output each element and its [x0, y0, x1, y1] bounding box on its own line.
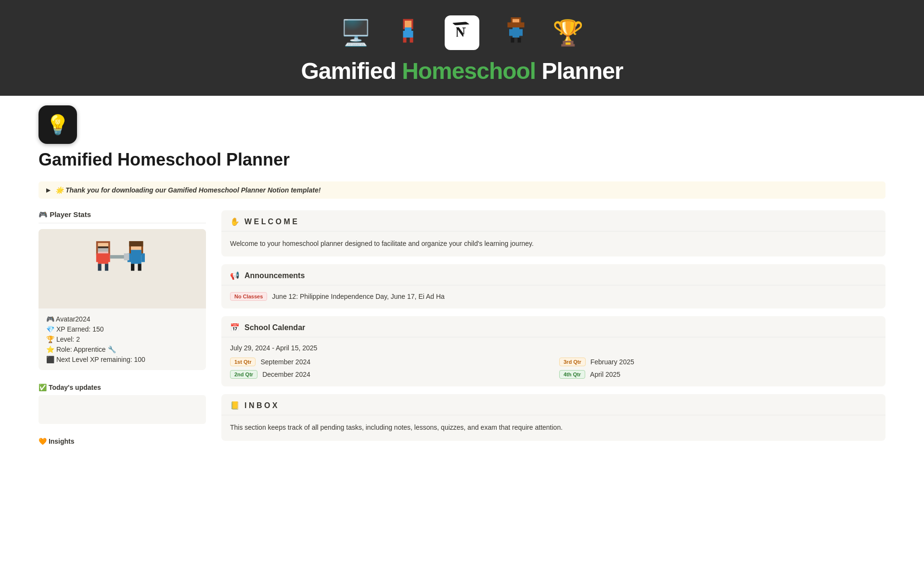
player-stats: 🎮 Avatar2024 💎 XP Earned: 150 🏆 Level: 2… [38, 308, 206, 370]
announcement-text: June 12: Philippine Independence Day, Ju… [272, 293, 445, 300]
school-calendar-icon: 📅 [230, 323, 240, 332]
announcements-body: No Classes June 12: Philippine Independe… [221, 285, 886, 308]
notion-icon [445, 15, 479, 50]
header-title: Gamified Homeschool Planner [301, 58, 623, 84]
svg-rect-21 [105, 264, 108, 270]
school-calendar-body: July 29, 2024 - April 15, 2025 1st Qtr S… [221, 337, 886, 386]
svg-rect-9 [513, 27, 519, 38]
callout-arrow-icon: ▶ [46, 187, 51, 193]
welcome-card: ✋ W E L C O M E Welcome to your homescho… [221, 210, 886, 256]
inbox-title: I N B O X [244, 401, 277, 410]
welcome-icon: ✋ [230, 217, 240, 226]
left-sidebar: 🎮 Player Stats [38, 210, 221, 449]
q2-label: December 2024 [262, 371, 310, 378]
inbox-icon: 📒 [230, 401, 240, 410]
todays-updates-header[interactable]: ✅ Today's updates [38, 380, 206, 395]
page-title: Gamified Homeschool Planner [0, 144, 924, 170]
svg-rect-14 [508, 23, 525, 28]
calendar-row-2: 2nd Qtr December 2024 [230, 370, 548, 379]
player-xp: 💎 XP Earned: 150 [46, 325, 198, 333]
svg-rect-1 [405, 21, 411, 27]
calendar-row-4: 4th Qtr April 2025 [559, 370, 877, 379]
svg-rect-31 [129, 241, 143, 246]
player-role: ⭐ Role: Apprentice 🔧 [46, 346, 198, 353]
announcements-card: 📢 Announcements No Classes June 12: Phil… [221, 264, 886, 308]
svg-rect-3 [403, 31, 407, 38]
announcements-title: Announcements [244, 271, 305, 280]
player-name: 🎮 Avatar2024 [46, 315, 198, 323]
page-icon: 💡 [38, 105, 77, 144]
player-level: 🏆 Level: 2 [46, 335, 198, 343]
svg-rect-20 [98, 264, 101, 270]
calendar-row-3: 3rd Qtr February 2025 [559, 358, 877, 366]
header-title-prefix: Gamified [301, 58, 402, 84]
svg-rect-5 [403, 38, 407, 43]
page-icon-wrap: 💡 [0, 96, 924, 144]
q3-badge: 3rd Qtr [559, 358, 586, 366]
main-content: 🎮 Player Stats [0, 199, 924, 449]
svg-rect-19 [107, 253, 110, 262]
welcome-title: W E L C O M E [244, 218, 297, 226]
right-content: ✋ W E L C O M E Welcome to your homescho… [221, 210, 886, 449]
inbox-body: This section keeps track of all pending … [221, 415, 886, 440]
q3-label: February 2025 [590, 358, 634, 366]
header-banner: 🖥️ [0, 0, 924, 96]
calendar-row-1: 1st Qtr September 2024 [230, 358, 548, 366]
character-icon-1 [395, 17, 422, 49]
header-title-suffix: Planner [536, 58, 623, 84]
player-next-xp: ⬛ Next Level XP remaining: 100 [46, 356, 198, 363]
player-avatar [38, 229, 206, 308]
svg-rect-13 [518, 38, 521, 43]
character-icon-2 [502, 17, 529, 48]
header-title-green: Homeschool [402, 58, 536, 84]
inbox-card: 📒 I N B O X This section keeps track of … [221, 394, 886, 440]
announcement-row: No Classes June 12: Philippine Independe… [230, 292, 877, 301]
computer-icon: 🖥️ [340, 20, 372, 45]
svg-rect-18 [96, 253, 100, 262]
calendar-date-range: July 29, 2024 - April 15, 2025 [230, 344, 877, 352]
header-icons: 🖥️ [340, 15, 584, 50]
welcome-text: Welcome to your homeschool planner desig… [230, 238, 877, 249]
announcements-icon: 📢 [230, 271, 240, 280]
calendar-grid: 1st Qtr September 2024 3rd Qtr February … [230, 358, 877, 379]
callout-banner[interactable]: ▶ 🌟 Thank you for downloading our Gamifi… [38, 181, 886, 199]
school-calendar-card: 📅 School Calendar July 29, 2024 - April … [221, 316, 886, 386]
q4-label: April 2025 [590, 371, 620, 378]
svg-rect-10 [509, 29, 513, 36]
inbox-header: 📒 I N B O X [221, 394, 886, 415]
no-classes-badge: No Classes [230, 292, 267, 301]
todays-updates-section: ✅ Today's updates [38, 380, 206, 424]
q4-badge: 4th Qtr [559, 370, 585, 379]
player-card: 🎮 Avatar2024 💎 XP Earned: 150 🏆 Level: 2… [38, 229, 206, 370]
trophy-icon: 🏆 [552, 20, 584, 45]
svg-rect-12 [511, 38, 514, 43]
q1-label: September 2024 [260, 358, 310, 366]
welcome-body: Welcome to your homeschool planner desig… [221, 231, 886, 256]
announcements-header: 📢 Announcements [221, 264, 886, 285]
svg-rect-29 [131, 264, 134, 270]
svg-rect-33 [124, 253, 129, 260]
school-calendar-header: 📅 School Calendar [221, 316, 886, 337]
svg-rect-23 [98, 248, 108, 253]
q1-badge: 1st Qtr [230, 358, 256, 366]
q2-badge: 2nd Qtr [230, 370, 257, 379]
callout-text: 🌟 Thank you for downloading our Gamified… [55, 186, 321, 194]
welcome-header: ✋ W E L C O M E [221, 210, 886, 231]
todays-updates-block [38, 395, 206, 424]
insights-section: 🧡 Insights [38, 434, 206, 449]
svg-rect-6 [410, 38, 413, 43]
school-calendar-title: School Calendar [244, 323, 305, 332]
svg-rect-28 [141, 253, 145, 262]
svg-rect-4 [410, 31, 413, 38]
player-stats-header: 🎮 Player Stats [38, 210, 206, 223]
insights-header[interactable]: 🧡 Insights [38, 434, 206, 449]
svg-rect-26 [131, 250, 141, 264]
svg-rect-11 [519, 29, 523, 36]
svg-rect-30 [138, 264, 141, 270]
inbox-text: This section keeps track of all pending … [230, 422, 877, 433]
